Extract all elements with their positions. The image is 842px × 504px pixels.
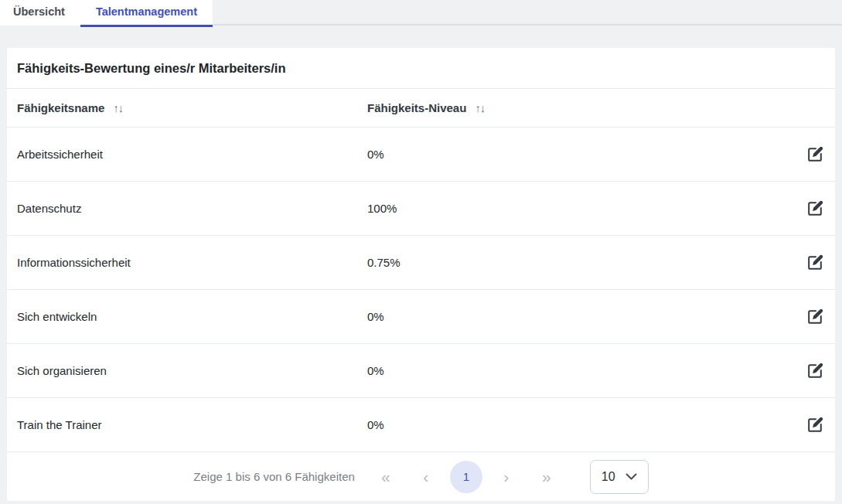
rows-per-page-select[interactable]: 10 <box>590 460 649 494</box>
skill-name-cell: Sich entwickeln <box>17 310 367 323</box>
skill-name-cell: Sich organisieren <box>17 364 367 377</box>
angle-left-icon: ‹ <box>423 468 428 485</box>
edit-skill-button[interactable] <box>805 361 825 381</box>
tab-list: Übersicht Talentmanagement <box>0 0 213 26</box>
skill-level-cell: 0% <box>367 148 779 161</box>
first-page-button[interactable]: « <box>370 461 402 493</box>
edit-icon <box>806 361 825 380</box>
prev-page-button[interactable]: ‹ <box>410 461 442 493</box>
paginator-summary: Zeige 1 bis 6 von 6 Fähigkeiten <box>193 470 354 483</box>
skill-name-cell: Arbeitssicherheit <box>17 148 367 161</box>
edit-skill-button[interactable] <box>805 307 825 327</box>
column-header-skill-name[interactable]: Fähigkeitsname ↑↓ <box>17 101 367 114</box>
skill-level-cell: 0% <box>367 418 779 431</box>
skill-level-cell: 0% <box>367 364 779 377</box>
page-1-button[interactable]: 1 <box>450 461 482 493</box>
edit-icon <box>806 145 825 164</box>
chevron-down-icon <box>626 473 637 480</box>
edit-icon <box>806 199 825 218</box>
table-row: Datenschutz 100% <box>7 182 835 236</box>
last-page-button[interactable]: » <box>530 461 563 493</box>
page-title: Fähigkeits-Bewertung eines/r Mitarbeiter… <box>17 61 286 76</box>
edit-icon <box>806 253 825 272</box>
skill-level-cell: 100% <box>367 202 779 215</box>
skill-name-cell: Datenschutz <box>17 202 367 215</box>
edit-icon <box>806 415 825 434</box>
sort-icon[interactable]: ↑↓ <box>113 102 123 114</box>
skill-name-cell: Train the Trainer <box>17 418 367 431</box>
angle-double-left-icon: « <box>381 468 390 485</box>
edit-icon <box>806 307 825 326</box>
column-header-label: Fähigkeitsname <box>17 101 104 114</box>
angle-right-icon: › <box>503 468 509 485</box>
column-header-label: Fähigkeits-Niveau <box>367 101 466 114</box>
next-page-button[interactable]: › <box>490 461 523 493</box>
tab-talentmanagement[interactable]: Talentmanagement <box>80 0 213 26</box>
tab-uebersicht[interactable]: Übersicht <box>0 0 80 26</box>
edit-skill-button[interactable] <box>805 199 825 219</box>
edit-skill-button[interactable] <box>805 253 825 273</box>
skill-level-cell: 0% <box>367 310 779 323</box>
card-header: Fähigkeits-Bewertung eines/r Mitarbeiter… <box>7 48 835 89</box>
table-row: Train the Trainer 0% <box>7 398 835 452</box>
skill-assessment-card: Fähigkeits-Bewertung eines/r Mitarbeiter… <box>7 48 835 501</box>
skill-name-cell: Informationssicherheit <box>17 256 367 269</box>
table-row: Informationssicherheit 0.75% <box>7 236 835 290</box>
rows-per-page-value: 10 <box>602 470 615 484</box>
table-row: Sich entwickeln 0% <box>7 290 835 344</box>
edit-skill-button[interactable] <box>805 145 825 165</box>
angle-double-right-icon: » <box>542 468 551 485</box>
edit-skill-button[interactable] <box>805 415 825 435</box>
paginator: Zeige 1 bis 6 von 6 Fähigkeiten « ‹ 1 › … <box>7 452 835 501</box>
table-header-row: Fähigkeitsname ↑↓ Fähigkeits-Niveau ↑↓ <box>7 89 835 128</box>
table-row: Sich organisieren 0% <box>7 344 835 398</box>
column-header-skill-level[interactable]: Fähigkeits-Niveau ↑↓ <box>367 101 779 114</box>
skill-level-cell: 0.75% <box>367 256 779 269</box>
sort-icon[interactable]: ↑↓ <box>475 102 485 114</box>
tab-bar: Übersicht Talentmanagement <box>0 0 842 26</box>
table-row: Arbeitssicherheit 0% <box>7 128 835 182</box>
